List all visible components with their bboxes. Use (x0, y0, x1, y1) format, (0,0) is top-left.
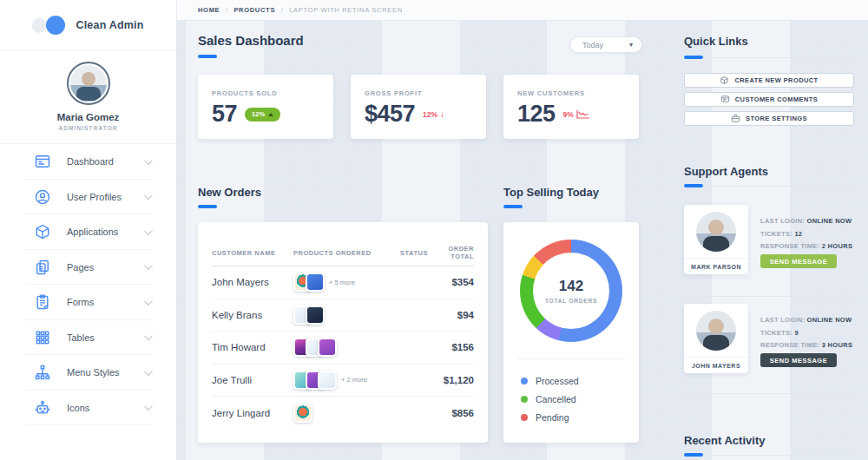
sidebar-item-applications[interactable]: Applications (0, 214, 176, 250)
orders-table-header: CUSTOMER NAME PRODUCTS ORDERED STATUS OR… (212, 245, 474, 260)
stat-value: 125 (517, 101, 556, 128)
sidebar-item-dashboard[interactable]: Dashboard (0, 144, 176, 180)
stat-card-new-customers: NEW CUSTOMERS 125 9% (503, 75, 639, 139)
product-thumbnails: + 5 more (293, 273, 396, 292)
agent-tickets: TICKETS: 9 (760, 329, 799, 337)
sidebar-item-icons[interactable]: Icons (0, 391, 176, 426)
donut-total-label: TOTAL ORDERS (545, 298, 597, 304)
breadcrumb: HOME / PRODUCTS / LAPTOP WITH RETINA SCR… (177, 0, 868, 21)
sidebar-item-user-profiles[interactable]: User Profiles (0, 180, 176, 215)
divider (684, 393, 854, 394)
user-profile-block: Maria Gomez ADMINISTRATOR (0, 50, 176, 144)
stat-value: 57 (212, 101, 237, 128)
agent-avatar (696, 212, 736, 252)
create-new-product-button[interactable]: CREATE NEW PRODUCT (684, 73, 854, 88)
chevron-down-icon (144, 332, 153, 340)
user-name: Maria Gomez (0, 112, 176, 122)
robot-icon (33, 398, 51, 417)
product-thumb (318, 371, 337, 390)
col-products-ordered: PRODUCTS ORDERED (293, 249, 396, 257)
sidebar: Clean Admin Maria Gomez ADMINISTRATOR Da… (0, 0, 177, 460)
orders-donut-chart: 142 TOTAL ORDERS (520, 240, 622, 342)
orders-table: CUSTOMER NAME PRODUCTS ORDERED STATUS OR… (198, 222, 488, 430)
trend-down-delta: 12%↓ (423, 109, 444, 119)
stat-label: NEW CUSTOMERS (517, 89, 585, 97)
orders-section-title: New Orders (198, 186, 261, 199)
page-title: Sales Dashboard (198, 33, 304, 48)
table-row[interactable]: Kelly Brans $94 (212, 299, 474, 332)
stat-label: PRODUCTS SOLD (212, 89, 277, 97)
customer-name: John Mayers (212, 277, 293, 287)
grid-icon (33, 328, 51, 346)
chart-legend: Processed Cancelled Pending (521, 371, 630, 426)
orders-accent (198, 205, 217, 208)
divider (684, 296, 854, 297)
more-products-label: + 2 more (341, 376, 367, 384)
chevron-down-icon (144, 367, 153, 376)
sidebar-item-menu-styles[interactable]: Menu Styles (0, 355, 176, 391)
sidebar-item-label: Forms (67, 297, 144, 307)
date-filter-dropdown[interactable]: Today ▾ (569, 36, 642, 53)
product-thumbnails (293, 404, 396, 423)
sidebar-item-label: Applications (67, 227, 144, 237)
top-selling-card: 142 TOTAL ORDERS Processed Cancelled Pen… (503, 222, 639, 443)
logo-toggle-icon[interactable] (32, 16, 65, 35)
table-row[interactable]: Jerry Lingard $856 (212, 397, 474, 430)
product-thumbnails (293, 338, 396, 357)
stat-label: GROSS PROFIT (365, 89, 422, 97)
store-settings-button[interactable]: STORE SETTINGS (684, 111, 854, 126)
legend-dot (521, 396, 528, 403)
avatar[interactable] (67, 62, 110, 105)
sidebar-item-forms[interactable]: Forms (0, 285, 176, 320)
clipboard-icon (33, 293, 51, 312)
user-icon (33, 187, 51, 206)
customer-name: Joe Trulli (212, 375, 293, 385)
dashboard-body: Sales Dashboard Today ▾ PRODUCTS SOLD 57… (177, 21, 868, 460)
donut-total-value: 142 (559, 278, 583, 295)
legend-item-pending: Pending (521, 408, 630, 426)
product-thumb (306, 306, 325, 325)
stat-card-gross-profit: GROSS PROFIT $457 12%↓ (351, 75, 486, 139)
breadcrumb-current: LAPTOP WITH RETINA SCREEN (289, 6, 403, 14)
trend-down-delta: 9% (563, 109, 590, 119)
table-row[interactable]: John Mayers + 5 more $354 (212, 266, 474, 299)
customer-name: Jerry Lingard (212, 408, 293, 418)
sidebar-item-pages[interactable]: Pages (0, 250, 176, 286)
table-row[interactable]: Joe Trulli + 2 more $1,120 (212, 365, 474, 398)
customer-name: Kelly Brans (212, 310, 293, 320)
legend-dot (521, 414, 528, 421)
sidebar-item-label: Tables (67, 332, 144, 343)
logo: Clean Admin (0, 0, 176, 50)
product-thumbnails: + 2 more (293, 371, 396, 390)
orders-card: CUSTOMER NAME PRODUCTS ORDERED STATUS OR… (198, 222, 488, 443)
customer-comments-button[interactable]: CUSTOMER COMMENTS (684, 92, 854, 107)
chevron-down-icon (144, 297, 153, 306)
col-customer-name: CUSTOMER NAME (212, 249, 293, 257)
agent-tickets: TICKETS: 12 (760, 230, 802, 238)
legend-dot (521, 378, 528, 384)
chevron-down-icon (144, 261, 153, 270)
breadcrumb-home[interactable]: HOME (198, 6, 220, 14)
send-message-button[interactable]: SEND MESSAGE (760, 254, 837, 268)
sidebar-item-tables[interactable]: Tables (0, 320, 176, 356)
sidebar-item-label: User Profiles (67, 192, 144, 202)
date-filter-label: Today (582, 41, 603, 49)
stat-value: $457 (365, 101, 415, 128)
agent-card-john-mayers: JOHN MAYERS (684, 304, 748, 373)
sidebar-menu: Dashboard User Profiles Applications Pag… (0, 144, 176, 425)
app-title: Clean Admin (76, 19, 143, 31)
breadcrumb-separator: / (281, 6, 283, 14)
top-selling-section-title: Top Selling Today (503, 186, 599, 199)
col-status: STATUS (396, 249, 432, 257)
send-message-button[interactable]: SEND MESSAGE (760, 353, 837, 367)
title-accent (198, 55, 217, 58)
stat-card-products-sold: PRODUCTS SOLD 57 12% (198, 75, 333, 139)
quick-links-title: Quick Links (684, 35, 748, 48)
table-row[interactable]: Tim Howard $156 (212, 332, 474, 365)
product-thumb (306, 273, 325, 292)
breadcrumb-products[interactable]: PRODUCTS (233, 6, 275, 14)
recent-activity-accent (684, 453, 854, 457)
col-order-total: ORDER TOTAL (432, 245, 474, 260)
dashboard-icon (33, 153, 51, 171)
order-total: $156 (432, 342, 474, 352)
